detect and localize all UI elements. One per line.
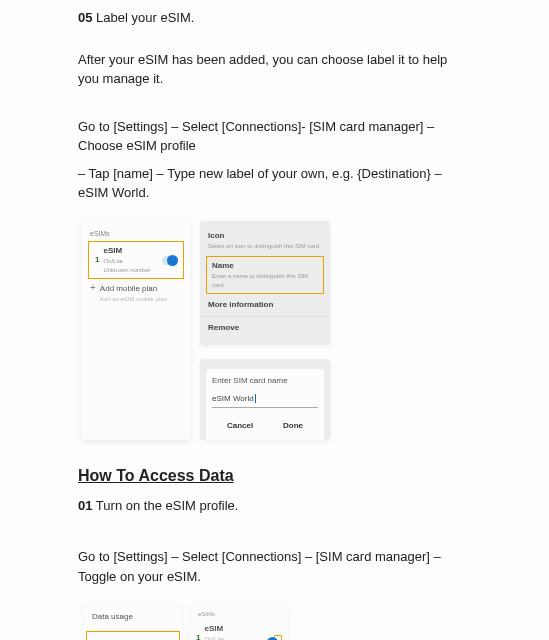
detail-icon-sub: Select an icon to distinguish this SIM c…	[208, 242, 322, 251]
detail-remove-title: Remove	[208, 322, 322, 334]
detail-name-sub: Enter a name to distinguish this SIM car…	[212, 272, 318, 290]
step-01-num: 01	[78, 498, 92, 513]
section-how-to-access-data: How To Access Data	[78, 464, 471, 488]
step-01-title: Turn on the eSIM profile.	[96, 498, 239, 513]
step-05-heading: 05 Label your eSIM.	[78, 8, 471, 28]
detail-icon-title: Icon	[208, 230, 322, 242]
step-05-num: 05	[78, 10, 92, 25]
name-input-value: eSIM World	[212, 394, 254, 403]
detail-remove-row[interactable]: Remove	[200, 319, 330, 337]
sim-row-num: 1	[196, 632, 200, 640]
cancel-button[interactable]: Cancel	[227, 420, 253, 432]
detail-more-title: More information	[208, 299, 322, 311]
esim-toggle[interactable]	[162, 256, 178, 265]
add-plan-title: Add mobile plan	[100, 283, 167, 295]
screenshot-label-esim: eSIMs 1 eSIM On/Lite Unknown number + Ad…	[82, 221, 471, 440]
add-plan-sub: Add an eSIM mobile plan	[100, 295, 167, 304]
instruction-line-2: – Tap [name] – Type new label of your ow…	[78, 164, 471, 203]
name-input-field[interactable]: eSIM World	[212, 393, 318, 408]
sim-manager-card: eSIMs 1 eSIM On/Lite Unknown number + Ad…	[190, 604, 288, 640]
esim-list-card: eSIMs 1 eSIM On/Lite Unknown number + Ad…	[82, 221, 190, 440]
paragraph-label-info: After your eSIM has been added, you can …	[78, 50, 471, 89]
done-button[interactable]: Done	[283, 420, 303, 432]
toggle-highlight-box	[274, 635, 282, 640]
step-01-heading: 01 Turn on the eSIM profile.	[78, 496, 471, 516]
detail-more-row[interactable]: More information	[200, 296, 330, 314]
esim-row-sub1: On/Lite	[103, 257, 162, 266]
name-input-card: Enter SIM card name eSIM World Cancel Do…	[200, 359, 330, 440]
step-05-title: Label your eSIM.	[96, 10, 194, 25]
sim-row-esim[interactable]: 1 eSIM On/Lite Unknown number	[190, 621, 288, 640]
sim-manager-header: eSIMs	[190, 608, 288, 621]
instruction-line-1: Go to [Settings] – Select [Connections]-…	[78, 117, 471, 156]
screenshot-access-data: Data usage SIM card manager Mobile Hotsp…	[84, 604, 471, 640]
row-data-usage[interactable]: Data usage	[84, 604, 182, 631]
esim-row-highlighted[interactable]: 1 eSIM On/Lite Unknown number	[88, 241, 184, 279]
add-mobile-plan-row[interactable]: + Add mobile plan Add an eSIM mobile pla…	[90, 283, 182, 304]
plus-icon: +	[90, 283, 96, 293]
sim-row-title: eSIM	[204, 623, 274, 635]
detail-name-title: Name	[212, 260, 318, 272]
esim-number-badge: 1	[95, 254, 99, 266]
name-input-label: Enter SIM card name	[212, 375, 318, 387]
row-sim-card-manager[interactable]: SIM card manager	[86, 631, 180, 640]
detail-name-row[interactable]: Name Enter a name to distinguish this SI…	[206, 256, 324, 294]
esim-list-header: eSIMs	[90, 229, 182, 240]
esim-row-title: eSIM	[103, 245, 162, 257]
esim-detail-card: Icon Select an icon to distinguish this …	[200, 221, 330, 345]
detail-icon-row[interactable]: Icon Select an icon to distinguish this …	[200, 227, 330, 254]
text-cursor	[255, 394, 256, 403]
esim-row-sub2: Unknown number	[103, 266, 162, 275]
connections-list-card: Data usage SIM card manager Mobile Hotsp…	[84, 604, 182, 640]
paragraph-access-data: Go to [Settings] – Select [Connections] …	[78, 547, 471, 586]
sim-row-sub1: On/Lite	[204, 635, 274, 640]
divider	[200, 316, 330, 317]
